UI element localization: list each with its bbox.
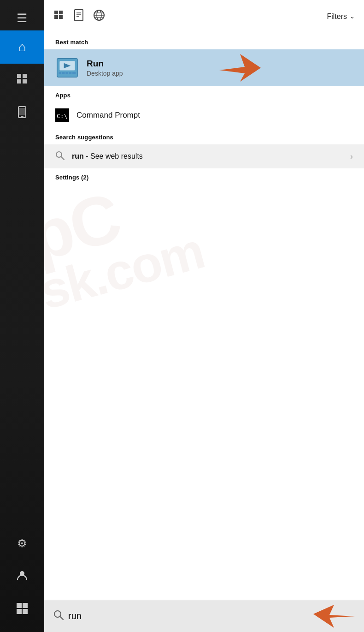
grid-icon [16,73,28,88]
run-app-title: Run [87,59,123,69]
run-app-text: Run Desktop app [87,59,123,77]
svg-rect-2 [17,79,21,83]
best-match-label: Best match [44,33,364,49]
suggestion-item-run[interactable]: run - See web results › [44,144,364,168]
bottom-arrow-annotation [313,605,355,628]
filters-label: Filters [327,12,347,21]
svg-rect-10 [17,609,22,614]
filters-chevron-icon: ⌄ [350,13,355,20]
run-app-subtitle: Desktop app [87,70,123,77]
suggestion-search-icon [55,151,65,162]
svg-text:C:\: C:\ [57,113,67,119]
sidebar-bottom: ⚙ [0,527,44,626]
suggestion-chevron-icon: › [350,152,353,161]
arrow-annotation-run [219,54,261,82]
sidebar-item-windows[interactable] [0,593,44,626]
grid-toolbar-icon[interactable] [53,10,65,24]
svg-line-40 [60,617,64,620]
svg-rect-32 [72,72,76,74]
toolbar: Filters ⌄ [44,0,364,33]
sidebar-item-home[interactable]: ⌂ [0,30,44,64]
globe-toolbar-icon[interactable] [93,9,105,24]
search-input[interactable] [68,611,309,621]
svg-rect-1 [23,74,27,78]
watermark-area: pC isk.com [44,185,364,323]
document-toolbar-icon[interactable] [74,9,84,24]
search-bar-icon [53,610,64,622]
results-panel: Best match [44,33,364,600]
sidebar: ☰ ⌂ ⚙ [0,0,44,632]
svg-rect-3 [23,79,27,83]
command-prompt-icon: C:\ [55,108,69,122]
svg-rect-13 [59,11,63,14]
sidebar-item-user[interactable] [0,560,44,593]
filters-button[interactable]: Filters ⌄ [327,12,355,21]
svg-rect-14 [54,15,58,19]
settings-icon: ⚙ [17,537,27,550]
search-suggestions-label: Search suggestions [44,128,364,144]
app-item-command-prompt[interactable]: C:\ Command Prompt [44,102,364,128]
hamburger-button[interactable]: ☰ [0,6,44,30]
svg-marker-41 [313,605,355,628]
svg-rect-29 [62,72,65,74]
sidebar-item-media[interactable] [0,64,44,97]
suggestion-text: run - See web results [72,152,350,161]
apps-section-label: Apps [44,86,364,102]
svg-marker-34 [219,54,261,82]
svg-line-38 [61,157,64,160]
sidebar-item-phone[interactable] [0,97,44,130]
windows-icon [16,602,28,617]
user-icon [16,569,29,584]
phone-icon [17,106,27,121]
settings-section-label: Settings (2) [44,168,364,185]
suggestion-suffix: - See web results [84,152,143,160]
svg-rect-8 [17,603,22,608]
svg-point-37 [56,152,62,157]
svg-rect-28 [59,72,62,74]
svg-rect-5 [21,116,23,117]
sidebar-item-settings[interactable]: ⚙ [0,527,44,560]
suggestion-query-bold: run [72,152,84,160]
main-panel: Filters ⌄ Best match [44,0,364,632]
svg-rect-0 [17,74,21,78]
search-bar [44,600,364,632]
hamburger-icon: ☰ [17,11,28,25]
svg-rect-31 [69,72,72,74]
svg-rect-6 [19,108,25,115]
svg-rect-30 [65,72,68,74]
svg-rect-9 [23,603,28,608]
svg-rect-12 [54,11,58,14]
toolbar-icons [53,9,317,24]
svg-rect-11 [23,609,28,614]
svg-rect-15 [59,15,63,19]
run-app-icon [55,56,79,80]
home-icon: ⌂ [18,40,26,54]
command-prompt-label: Command Prompt [76,111,140,120]
svg-rect-16 [75,10,83,21]
best-match-item-run[interactable]: Run Desktop app [44,49,364,86]
